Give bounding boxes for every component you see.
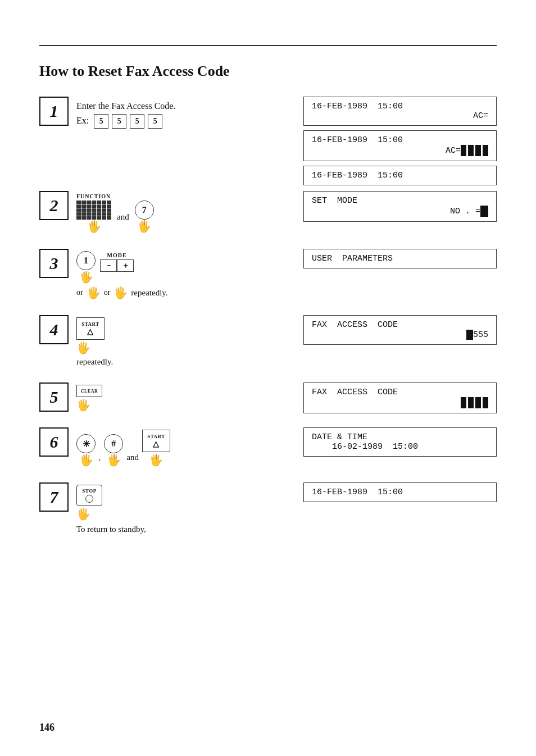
step-3-left: 3 1 🖐 MODE －	[39, 249, 298, 309]
step-2: 2 FUNCTION	[39, 191, 298, 233]
display-7a: 16-FEB-1989 15:00	[303, 482, 497, 502]
func-grid-wrapper: 🖐	[76, 201, 111, 233]
comma-sep: ,	[99, 453, 101, 462]
page-number: 146	[39, 722, 54, 734]
display-1a: 16-FEB-1989 15:00 AC=	[303, 97, 497, 126]
clear-hand: 🖐	[76, 398, 90, 412]
start-label-4: START	[81, 321, 99, 327]
step-5-row: 5 CLEAR 🖐 FAX ACCESS CODE	[39, 382, 497, 422]
page: How to Reset Fax Access Code 1 Enter the…	[0, 0, 536, 756]
hash-key: #	[104, 434, 123, 453]
stop-button: STOP	[76, 485, 102, 506]
step-7-displays: 16-FEB-1989 15:00	[303, 482, 497, 502]
cursor-block	[480, 206, 488, 217]
step-2-content: FUNCTION	[76, 191, 298, 233]
key-5-1: 5	[94, 114, 108, 129]
hash-wrapper: # 🖐	[104, 434, 123, 467]
func-grid	[76, 201, 111, 220]
step-6-content: ✳ 🖐 , # 🖐 and START	[76, 427, 298, 467]
step-4-repeatedly: repeatedly.	[76, 357, 113, 366]
start-arrow-4: △	[87, 327, 94, 336]
ac-bars	[461, 145, 488, 156]
fax-access-bars	[461, 397, 488, 408]
fax-bar1	[461, 397, 466, 408]
step-2-row: 2 FUNCTION	[39, 191, 497, 243]
step-7-content: STOP 🖐 To return to standby,	[76, 482, 298, 534]
bar3	[475, 145, 481, 156]
start-button-6: START △	[142, 430, 170, 452]
step-6: 6 ✳ 🖐 , # 🖐 and	[39, 427, 298, 467]
clear-area: CLEAR 🖐	[76, 385, 298, 412]
star-hand: 🖐	[79, 453, 93, 467]
clear-button: CLEAR	[76, 385, 102, 397]
mode-hands-row: or 🖐 or 🖐 repeatedly.	[76, 286, 168, 299]
display-1b: 16-FEB-1989 15:00 AC=	[303, 130, 497, 161]
step-1-number: 1	[39, 97, 69, 126]
step-4-row: 4 START △ 🖐 repeatedly.	[39, 315, 497, 377]
star-wrapper: ✳ 🖐	[76, 434, 96, 467]
stop-area: STOP 🖐	[76, 485, 298, 521]
stop-label: STOP	[82, 488, 96, 494]
display-1c: 16-FEB-1989 15:00	[303, 166, 497, 185]
step-1-ex: Ex:	[76, 116, 91, 125]
stop-hand: 🖐	[76, 507, 90, 521]
hash-hand: 🖐	[107, 453, 121, 467]
step-5-content: CLEAR 🖐	[76, 382, 298, 412]
mode-minus: －	[100, 259, 117, 272]
func-hand-icon: 🖐	[87, 220, 101, 233]
start-6-wrapper: START △ 🖐	[142, 430, 170, 467]
step-6-right: DATE & TIME 16-02-1989 15:00	[298, 427, 497, 477]
key-7-box: 7	[135, 201, 154, 220]
step-2-displays: SET MODE NO . =	[303, 191, 497, 222]
start-button-4: START △	[76, 317, 105, 340]
step-7-right: 16-FEB-1989 15:00	[298, 482, 497, 544]
step-5-left: 5 CLEAR 🖐	[39, 382, 298, 422]
key7-hand-icon: 🖐	[137, 220, 151, 233]
step-7-return-text: To return to standby,	[76, 525, 146, 534]
mode-hand2: 🖐	[113, 286, 128, 299]
key-1-box: 1	[76, 251, 96, 270]
fax-block	[466, 330, 473, 340]
start-area: START △ 🖐	[76, 317, 298, 354]
step-5-number: 5	[39, 382, 69, 412]
step-4-repeat-wrapper: repeatedly.	[76, 357, 298, 367]
start-label-6: START	[147, 434, 165, 439]
bar2	[468, 145, 474, 156]
mode-minus-plus: － ＋	[100, 259, 134, 272]
mode-keys-row: 1 🖐 MODE － ＋	[76, 251, 134, 284]
top-rule	[39, 45, 497, 46]
step-6-left: 6 ✳ 🖐 , # 🖐 and	[39, 427, 298, 477]
step-2-right: SET MODE NO . =	[298, 191, 497, 243]
step-3-content: 1 🖐 MODE － ＋	[76, 249, 298, 299]
step-4-content: START △ 🖐 repeatedly.	[76, 315, 298, 367]
key-5-4: 5	[148, 114, 162, 129]
step-4-left: 4 START △ 🖐 repeatedly.	[39, 315, 298, 377]
step-6-and: and	[126, 453, 139, 462]
display-2a: SET MODE NO . =	[303, 191, 497, 222]
step-1-line1: Enter the Fax Access Code.	[76, 101, 175, 111]
start-arrow-6: △	[153, 439, 160, 449]
fax-bar4	[483, 397, 488, 408]
step-1-left: 1 Enter the Fax Access Code. Ex: 5 5 5 5	[39, 97, 298, 185]
step-7-left: 7 STOP 🖐 To return to standby,	[39, 482, 298, 544]
step-7: 7 STOP 🖐 To return to standby,	[39, 482, 298, 534]
step-3-or2: or	[104, 288, 111, 297]
step-5: 5 CLEAR 🖐	[39, 382, 298, 412]
step-6-keys-row: ✳ 🖐 , # 🖐 and START	[76, 430, 298, 467]
mode-btn-wrapper: MODE － ＋	[100, 252, 134, 272]
step-3-number: 3	[39, 249, 69, 278]
clear-label: CLEAR	[81, 389, 98, 394]
step-5-right: FAX ACCESS CODE	[298, 382, 497, 422]
fax-bar2	[468, 397, 474, 408]
bar1	[461, 145, 466, 156]
function-label: FUNCTION	[76, 193, 111, 199]
key-5-2: 5	[112, 114, 126, 129]
step-3-row: 3 1 🖐 MODE －	[39, 249, 497, 309]
mode-plus: ＋	[117, 259, 134, 272]
fax-bar3	[475, 397, 481, 408]
bar4	[483, 145, 488, 156]
display-6a: DATE & TIME 16-02-1989 15:00	[303, 427, 497, 457]
function-area: FUNCTION	[76, 193, 298, 233]
step-4-right: FAX ACCESS CODE 555	[298, 315, 497, 377]
step-1-content: Enter the Fax Access Code. Ex: 5 5 5 5	[76, 97, 298, 129]
